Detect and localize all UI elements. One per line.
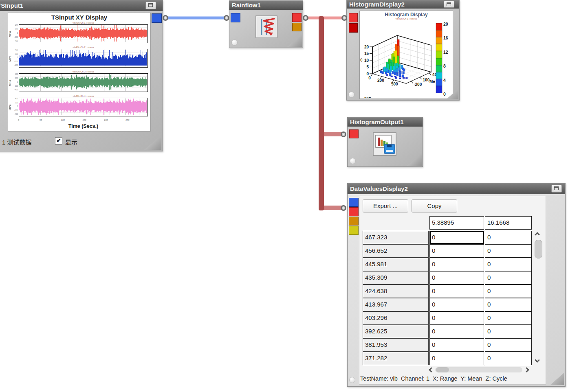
table-cell[interactable]: 0	[485, 271, 532, 285]
histogram-bar	[384, 67, 386, 72]
ts-y-tick: -400	[13, 65, 18, 66]
histogram-3d-chart: 05101520t)0200500-200100400Me(MPa2016128…	[360, 21, 453, 98]
table-cell[interactable]: 0	[429, 352, 484, 365]
svg-text:500: 500	[391, 82, 398, 86]
ts-y-tick: 200	[13, 53, 18, 55]
table-cell[interactable]: 0	[429, 338, 484, 352]
ts-y-tick: 400	[13, 25, 18, 26]
ts-plot-frame	[19, 24, 148, 43]
port-input-secondary[interactable]	[349, 23, 358, 33]
histogram-bar	[399, 73, 401, 76]
port-input-histogram[interactable]	[349, 129, 359, 138]
table-cell[interactable]: 0	[429, 258, 484, 271]
table-cell[interactable]: 0	[429, 298, 484, 311]
wire-connector-ring	[304, 16, 308, 20]
table-cell[interactable]: 0	[485, 258, 532, 271]
svg-text:0: 0	[368, 76, 371, 80]
ts-display-title: TSInput XY Display	[8, 14, 150, 21]
scroll-right-icon[interactable]	[524, 367, 529, 372]
table-cell[interactable]: 0	[485, 311, 532, 325]
ts-y-tick: 400	[13, 98, 18, 100]
copy-button[interactable]: Copy	[412, 199, 457, 212]
wire-connector-hole	[343, 17, 345, 18]
table-cell[interactable]: 0	[485, 285, 532, 298]
ts-x-tick: 50	[40, 119, 42, 121]
histogram-bar	[403, 77, 405, 79]
maximize-button[interactable]	[145, 2, 156, 9]
row-label: 456.652	[363, 244, 429, 258]
ts-x-tick: 100	[61, 119, 65, 121]
node-datavalues-titlebar[interactable]: DataValuesDisplay2	[348, 184, 565, 194]
table-cell[interactable]: 0	[485, 244, 532, 258]
port-input-histogram[interactable]	[349, 207, 359, 216]
export-button[interactable]: Export ...	[363, 199, 408, 212]
ts-y-axis-label: MPa	[9, 25, 13, 43]
histogram-bar	[394, 72, 396, 75]
histogram-bar	[392, 71, 394, 74]
node-rainflow-titlebar[interactable]: Rainflow1	[229, 1, 303, 10]
maximize-button[interactable]	[444, 1, 454, 8]
table-cell[interactable]: 0	[429, 325, 484, 338]
display-checkbox-label: 显示	[65, 138, 77, 146]
resize-handle[interactable]	[144, 135, 161, 150]
row-label: 413.967	[363, 298, 429, 311]
wire-connector-hole	[165, 17, 166, 18]
column-header: 16.1668	[485, 216, 532, 230]
port-output-histogram[interactable]	[292, 13, 302, 22]
colorbar-segment	[436, 44, 442, 51]
wire-timeseries	[163, 17, 229, 20]
ts-y-tick: -200	[13, 61, 18, 63]
table-cell[interactable]: 0	[485, 352, 532, 365]
node-histoutput: HistogramOutput1	[347, 117, 423, 167]
horizontal-scroll-thumb[interactable]	[436, 367, 449, 372]
svg-text:(MPa: (MPa	[364, 97, 374, 98]
wire-branch-histoutput	[319, 132, 345, 136]
scroll-up-icon[interactable]	[535, 232, 540, 237]
wire-connector-hole	[305, 17, 306, 18]
ts-y-axis-label: MPa	[9, 99, 13, 116]
histogram-bar	[399, 78, 401, 79]
table-cell[interactable]: 0	[429, 244, 484, 258]
node-histdisplay-titlebar[interactable]: HistogramDisplay2	[347, 0, 459, 9]
ts-y-tick: 0	[13, 57, 18, 59]
port-output-secondary[interactable]	[292, 23, 302, 31]
port-input-blue[interactable]	[349, 198, 359, 207]
resize-handle[interactable]	[550, 373, 564, 385]
node-tsinput-titlebar[interactable]: TSInput1	[0, 0, 163, 11]
table-cell[interactable]: 0	[485, 231, 532, 244]
wire-connector-hole	[343, 134, 344, 135]
svg-text:t): t)	[360, 58, 363, 62]
ts-y-tick: 200	[13, 78, 18, 79]
table-cell[interactable]: 0	[485, 338, 532, 352]
table-cell[interactable]: 0	[429, 271, 484, 285]
ts-subplot: vib40k Ch 3 : stressMPa4002000-200-400	[8, 70, 150, 94]
port-output-timeseries[interactable]	[152, 13, 162, 23]
port-input-orange[interactable]	[349, 217, 359, 226]
table-cell[interactable]: 0	[485, 325, 532, 338]
port-input-histogram[interactable]	[349, 13, 358, 22]
vertical-scroll-thumb[interactable]	[535, 240, 542, 258]
maximize-button[interactable]	[551, 185, 562, 193]
table-cell[interactable]: 0	[429, 231, 484, 244]
port-input-timeseries[interactable]	[231, 13, 240, 22]
maximize-icon	[148, 3, 153, 7]
resize-handle[interactable]	[407, 153, 422, 166]
node-datavalues: DataValuesDisplay2 Export ... Copy 5.388…	[347, 183, 566, 387]
data-values-panel: Export ... Copy 5.3889516.1668467.323004…	[359, 196, 546, 385]
ts-y-tick: -200	[13, 85, 18, 87]
port-input-yellow[interactable]	[349, 226, 359, 235]
display-checkbox[interactable]: ✔	[55, 137, 62, 145]
row-label: 381.953	[363, 338, 429, 352]
svg-text:8: 8	[443, 64, 446, 68]
node-histoutput-titlebar[interactable]: HistogramOutput1	[348, 118, 423, 127]
ts-y-tick: -200	[13, 110, 18, 112]
glyph-canvas: TSInput1 TSInput XY Display vib40k Ch 1 …	[0, 0, 568, 392]
scroll-left-icon[interactable]	[429, 367, 434, 372]
resize-handle[interactable]	[287, 35, 302, 47]
table-cell[interactable]: 0	[485, 298, 532, 311]
svg-text:Me: Me	[429, 79, 435, 84]
node-rainflow: Rainflow1	[229, 0, 303, 48]
scroll-down-icon[interactable]	[535, 357, 540, 363]
table-cell[interactable]: 0	[429, 285, 484, 298]
table-cell[interactable]: 0	[429, 311, 484, 325]
